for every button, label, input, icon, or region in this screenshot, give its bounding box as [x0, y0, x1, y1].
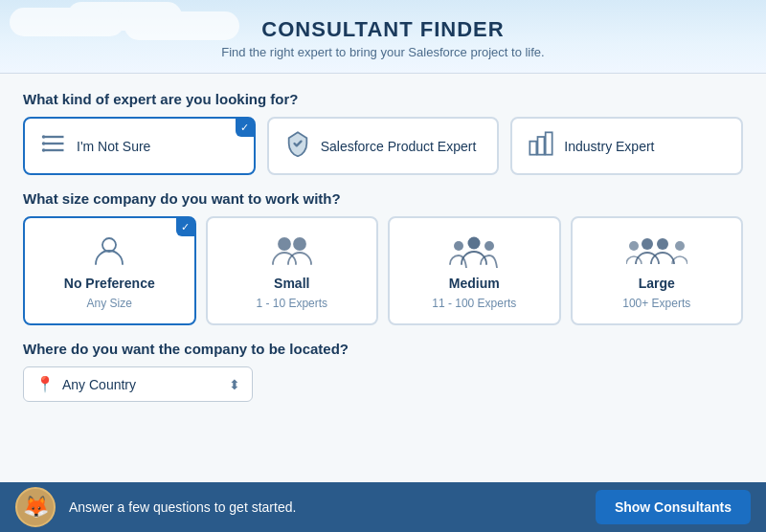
svg-point-15	[629, 241, 639, 251]
svg-point-17	[657, 238, 668, 250]
large-icon-area	[626, 232, 687, 270]
no-pref-icon-area	[92, 232, 126, 270]
header: CONSULTANT FINDER Find the right expert …	[0, 0, 766, 74]
svg-point-18	[675, 241, 685, 251]
company-size-section: What size company do you want to work wi…	[23, 190, 743, 325]
location-section: Where do you want the company to be loca…	[23, 341, 743, 402]
size-large[interactable]: ✓ Large 100+ Experts	[571, 216, 744, 325]
svg-rect-6	[530, 142, 537, 155]
option-not-sure-label: I'm Not Sure	[77, 139, 150, 154]
select-arrows-icon: ⬍	[229, 377, 240, 392]
option-sf-product-label: Salesforce Product Expert	[321, 139, 477, 154]
no-pref-icon	[92, 233, 126, 268]
company-size-label: What size company do you want to work wi…	[23, 190, 743, 207]
check-not-sure: ✓	[236, 118, 255, 137]
expert-type-label: What kind of expert are you looking for?	[23, 91, 743, 107]
svg-rect-8	[546, 132, 552, 154]
check-no-pref: ✓	[176, 217, 195, 236]
app-title: CONSULTANT FINDER	[19, 17, 747, 42]
option-not-sure[interactable]: ✓ I'm Not Sure	[23, 117, 256, 175]
footer-bar: 🦊 Answer a few questions to get started.…	[0, 482, 766, 532]
show-consultants-button[interactable]: Show Consultants	[596, 490, 751, 524]
svg-point-11	[294, 238, 305, 250]
no-pref-desc: Any Size	[87, 297, 132, 310]
svg-point-5	[42, 148, 46, 152]
mascot-avatar: 🦊	[15, 487, 56, 527]
svg-point-10	[279, 238, 290, 250]
option-industry-label: Industry Expert	[564, 139, 654, 154]
option-industry[interactable]: ✓ Industry Expert	[510, 117, 743, 175]
size-no-pref[interactable]: ✓ No Preference Any Size	[23, 216, 196, 325]
small-desc: 1 - 10 Experts	[256, 297, 327, 310]
svg-point-3	[42, 135, 46, 139]
expert-type-section: What kind of expert are you looking for?…	[23, 91, 743, 175]
medium-icon	[449, 233, 499, 268]
size-small[interactable]: ✓ Small 1 - 10 Experts	[206, 216, 379, 325]
svg-point-12	[454, 241, 463, 251]
medium-name: Medium	[449, 276, 500, 291]
country-select[interactable]: Any Country United States Canada United …	[62, 377, 221, 392]
small-icon	[271, 233, 313, 268]
option-sf-product[interactable]: ✓ Salesforce Product Expert	[267, 117, 500, 175]
svg-point-9	[102, 238, 116, 252]
no-pref-name: No Preference	[64, 276, 155, 291]
expert-type-options: ✓ I'm Not Sure ✓	[23, 117, 743, 175]
location-pin-icon: 📍	[35, 375, 55, 393]
sf-product-icon	[284, 130, 311, 162]
svg-point-13	[468, 237, 481, 250]
footer-text: Answer a few questions to get started.	[69, 499, 582, 515]
medium-icon-area	[449, 232, 499, 270]
large-name: Large	[639, 276, 675, 291]
main-content: What kind of expert are you looking for?…	[0, 74, 766, 482]
large-desc: 100+ Experts	[622, 297, 690, 310]
svg-point-4	[42, 142, 46, 145]
small-icon-area	[271, 232, 313, 270]
not-sure-icon	[40, 130, 67, 162]
svg-rect-7	[538, 137, 545, 155]
svg-point-14	[484, 241, 494, 251]
svg-point-16	[642, 238, 653, 250]
medium-desc: 11 - 100 Experts	[432, 297, 516, 310]
location-label: Where do you want the company to be loca…	[23, 341, 743, 357]
app-subtitle: Find the right expert to bring your Sale…	[19, 45, 747, 59]
small-name: Small	[274, 276, 309, 291]
large-icon	[626, 233, 687, 268]
location-select-wrapper[interactable]: 📍 Any Country United States Canada Unite…	[23, 366, 253, 402]
size-medium[interactable]: ✓ Medium 11 - 100 Experts	[388, 216, 561, 325]
industry-icon	[528, 130, 554, 162]
size-cards: ✓ No Preference Any Size ✓	[23, 216, 743, 325]
